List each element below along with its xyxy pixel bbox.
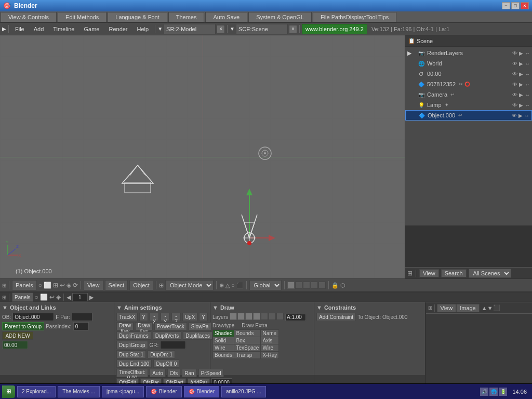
mode-close-btn[interactable]: × [217, 25, 225, 33]
draw-layer-5[interactable] [261, 313, 268, 320]
shaded-cell[interactable]: Shaded [213, 330, 234, 337]
image-btn[interactable]: Image [456, 304, 480, 312]
frame-input[interactable] [72, 293, 88, 301]
dupliverts-btn[interactable]: DupliVerts [153, 331, 182, 340]
draw-layer-1[interactable] [230, 313, 237, 320]
wire-cell-1[interactable]: Wire [213, 344, 234, 352]
object-mode-dropdown[interactable]: Object Mode [165, 280, 214, 290]
frame-back[interactable]: ◀ [66, 294, 71, 301]
upx-btn[interactable]: UpX [182, 313, 197, 321]
menu-add[interactable]: Add [30, 25, 48, 33]
view-button[interactable]: View [419, 269, 439, 277]
mode-dropdown[interactable]: SR:2-Model [164, 24, 216, 34]
par-input[interactable] [72, 313, 92, 321]
outliner-item-camera[interactable]: 📷 Camera ↩ 👁 ▶ ↔ [405, 89, 532, 100]
transp-cell[interactable]: Transp [234, 352, 261, 359]
parent-to-group-btn[interactable]: Parent to Group [2, 322, 44, 330]
ran-btn[interactable]: Ran [182, 369, 196, 377]
constraints-arrow[interactable]: ▼ [316, 304, 322, 311]
outliner-item-renderlayers[interactable]: ▶ 📷 RenderLayers 👁 ▶ ↔ [405, 48, 532, 58]
box-cell[interactable]: Box [234, 337, 261, 344]
taskbar-blender1[interactable]: 🎯 Blender [146, 386, 181, 397]
wire-cell-2[interactable]: Wire [261, 344, 279, 352]
menu-render[interactable]: Render [104, 25, 131, 33]
dupliframes-btn[interactable]: DupliFrames [116, 331, 151, 340]
object-links-arrow[interactable]: ▼ [2, 304, 8, 311]
draw-layer-3[interactable] [245, 313, 252, 320]
slowpa-btn[interactable]: SlowPa [189, 322, 211, 330]
menu-game[interactable]: Game [79, 25, 103, 33]
gr-input[interactable] [160, 341, 186, 349]
layer-btn-5[interactable] [318, 282, 326, 289]
object-menu-btn[interactable]: Object [129, 280, 153, 290]
frame-forward[interactable]: ▶ [89, 294, 94, 301]
trackx-btn[interactable]: TrackX [116, 313, 138, 321]
add-constraint-btn[interactable]: Add Constraint [316, 313, 356, 321]
menu-timeline[interactable]: Timeline [49, 25, 78, 33]
draw-arrow[interactable]: ▼ [212, 304, 218, 311]
tab-edit-methods[interactable]: Edit Methods [58, 12, 107, 22]
value-input[interactable] [2, 341, 28, 349]
timeoffset-btn[interactable]: TimeOffset: 0.00 [116, 369, 148, 377]
blender-url[interactable]: www.blender.org 249.2 [302, 24, 367, 34]
global-dropdown[interactable]: Global [249, 280, 282, 290]
upy-btn[interactable]: Y [199, 313, 208, 321]
scene-dropdown[interactable]: SCE:Scene [236, 24, 288, 34]
ob-input[interactable] [12, 313, 54, 321]
neg-z-btn[interactable]: -Z [171, 313, 181, 321]
taskbar-explorад[interactable]: 2 Explorad... [17, 386, 56, 397]
outliner-item-object000[interactable]: 🔷 Object.000 ↩ 👁 ▶ ↔ [405, 110, 532, 121]
auto-btn[interactable]: Auto [150, 369, 166, 377]
taskbar-blender2[interactable]: 🎯 Blender [184, 386, 219, 397]
anim-settings-arrow[interactable]: ▼ [116, 304, 122, 311]
dupligroup-btn[interactable]: DupliGroup [116, 341, 148, 349]
taskbar-jpma[interactable]: jpma <jpagu... [102, 386, 144, 397]
close-button[interactable]: × [521, 2, 529, 9]
axis-cell[interactable]: Axis [261, 337, 279, 344]
dup-off-btn[interactable]: DupOff 0 [153, 360, 179, 368]
powertrack-btn[interactable]: PowerTrack [154, 322, 187, 330]
bounds-cell-1[interactable]: Bounds [234, 330, 261, 337]
tab-system-opengl[interactable]: System & OpenGL [248, 12, 312, 22]
dup-sta-btn[interactable]: Dup Sta: 1 [116, 350, 146, 358]
draw-layer-7[interactable] [276, 313, 284, 320]
draw-layer-2[interactable] [237, 313, 245, 320]
draw-layer-4[interactable] [253, 313, 260, 320]
xray-cell[interactable]: X-Ray [261, 352, 279, 359]
passindex-input[interactable] [73, 322, 89, 330]
bounds-cell-2[interactable]: Bounds [213, 352, 234, 359]
outliner-item-00[interactable]: ⏱ 00.00 👁 ▶ ↔ [405, 69, 532, 79]
layer-btn-4[interactable] [311, 282, 318, 289]
select-menu-btn[interactable]: Select [105, 280, 128, 290]
draw-layer-6[interactable] [269, 313, 276, 320]
taskbar-anillo[interactable]: anillo20.JPG ... [221, 386, 266, 397]
draw-key-btn[interactable]: Draw Key [116, 322, 134, 330]
outliner-item-world[interactable]: 🌐 World 👁 ▶ ↔ [405, 58, 532, 69]
dup-end-btn[interactable]: Dup End 100 [116, 360, 152, 368]
layer-btn-2[interactable] [295, 282, 302, 289]
solid-cell[interactable]: Solid [213, 337, 234, 344]
y-btn[interactable]: Y [139, 313, 148, 321]
view-btn-right[interactable]: View [437, 304, 457, 312]
viewport-3d[interactable]: (1) Object.000 X Y Z [0, 35, 405, 278]
menu-file[interactable]: File [11, 25, 29, 33]
draw-key-s-btn[interactable]: Draw Key S [135, 322, 152, 330]
taskbar-movies[interactable]: The Movies ... [58, 386, 100, 397]
tab-language-font[interactable]: Language & Font [108, 12, 167, 22]
tab-auto-save[interactable]: Auto Save [205, 12, 247, 22]
tab-file-paths[interactable]: File PathsDisplay:Tool Tips [313, 12, 396, 22]
ofs-btn[interactable]: Ofs [167, 369, 181, 377]
tab-themes[interactable]: Themes [168, 12, 205, 22]
layer-btn-1[interactable] [287, 282, 295, 289]
texspace-cell[interactable]: TexSpace [234, 344, 261, 352]
panels-button[interactable]: Panels [12, 280, 37, 290]
outliner-item-mesh[interactable]: 🔷 507812352 ✂ ⭕ 👁 ▶ ↔ [405, 79, 532, 89]
dup-on-btn[interactable]: DupOn: 1 [148, 350, 175, 358]
scene-close-btn[interactable]: × [289, 25, 297, 33]
view-menu-btn[interactable]: View [84, 280, 103, 290]
panels-label-btn[interactable]: Panels [12, 292, 33, 302]
start-button[interactable]: ⊞ [2, 385, 15, 398]
name-cell[interactable]: Name [261, 330, 279, 337]
maximize-button[interactable]: □ [511, 2, 520, 9]
menu-help[interactable]: Help [133, 25, 153, 33]
